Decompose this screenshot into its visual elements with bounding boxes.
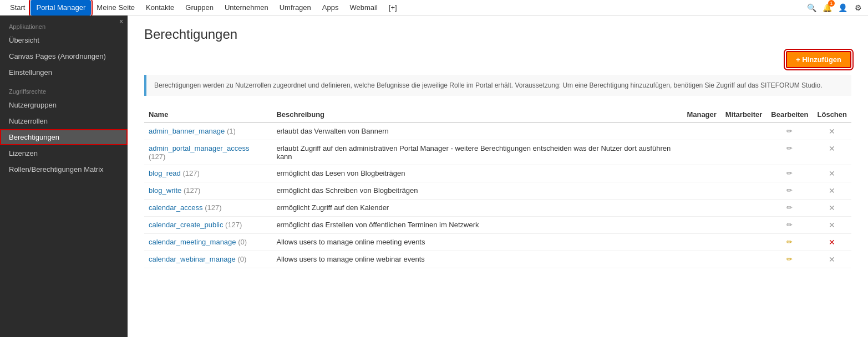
delete-icon[interactable]: ✕ xyxy=(829,203,835,212)
permissions-table: Name Beschreibung Manager Mitarbeiter Be… xyxy=(144,107,851,268)
cell-description: Allows users to manage online meeting ev… xyxy=(272,234,682,251)
cell-delete: ✕ xyxy=(813,251,851,268)
cell-manager xyxy=(682,165,720,182)
permission-link[interactable]: blog_read xyxy=(149,169,181,177)
edit-icon[interactable]: ✏ xyxy=(786,186,793,195)
permission-link[interactable]: calendar_access xyxy=(149,203,203,212)
cell-delete: ✕ xyxy=(813,182,851,200)
toolbar: + Hinzufügen xyxy=(144,51,851,68)
cell-edit: ✏ xyxy=(767,182,813,200)
table-row: blog_read (127)ermöglicht das Lesen von … xyxy=(144,165,851,182)
sidebar-item-lizenzen[interactable]: Lizenzen xyxy=(0,145,128,161)
permission-link[interactable]: calendar_meeting_manage xyxy=(149,238,236,246)
delete-icon[interactable]: ✕ xyxy=(829,255,835,264)
count-label: (127) xyxy=(203,203,222,212)
cell-mitarbeiter xyxy=(721,217,767,234)
delete-icon[interactable]: ✕ xyxy=(829,127,835,136)
notification-icon[interactable]: 🔔1 xyxy=(821,2,833,13)
table-row: calendar_webinar_manage (0)Allows users … xyxy=(144,251,851,268)
cell-name: blog_write (127) xyxy=(144,182,272,200)
cell-mitarbeiter xyxy=(721,234,767,251)
cell-edit: ✏ xyxy=(767,251,813,268)
cell-manager xyxy=(682,217,720,234)
info-box: Berechtigungen werden zu Nutzerrollen zu… xyxy=(144,75,851,96)
sidebar-close-button[interactable]: × xyxy=(119,18,123,25)
sidebar-section-applikationen: Applikationen xyxy=(0,16,128,32)
count-label: (127) xyxy=(181,186,200,195)
sidebar-section-zugriffsrechte: Zugriffsrechte xyxy=(0,80,128,97)
table-row: calendar_access (127)ermöglicht Zugriff … xyxy=(144,200,851,217)
delete-icon[interactable]: ✕ xyxy=(829,221,835,229)
nav-gruppen[interactable]: Gruppen xyxy=(180,0,219,16)
edit-icon[interactable]: ✏ xyxy=(786,255,793,263)
cell-name: admin_banner_manage (1) xyxy=(144,122,272,140)
nav-portal-manager[interactable]: Portal Manager xyxy=(31,0,91,16)
permission-link[interactable]: admin_portal_manager_access xyxy=(149,144,249,152)
col-bearbeiten: Bearbeiten xyxy=(767,107,813,122)
cell-mitarbeiter xyxy=(721,140,767,165)
count-label: (0) xyxy=(236,255,247,263)
col-loeschen: Löschen xyxy=(813,107,851,122)
search-icon[interactable]: 🔍 xyxy=(806,2,817,13)
permission-link[interactable]: calendar_create_public xyxy=(149,221,223,229)
nav-kontakte[interactable]: Kontakte xyxy=(140,0,180,16)
nav-apps[interactable]: Apps xyxy=(317,0,344,16)
table-row: admin_banner_manage (1)erlaubt das Verwa… xyxy=(144,122,851,140)
nav-umfragen[interactable]: Umfragen xyxy=(274,0,317,16)
sidebar-item-nutzerrollen[interactable]: Nutzerrollen xyxy=(0,113,128,129)
cell-edit: ✏ xyxy=(767,217,813,234)
cell-delete: ✕ xyxy=(813,217,851,234)
cell-name: blog_read (127) xyxy=(144,165,272,182)
edit-icon[interactable]: ✏ xyxy=(786,127,793,135)
sidebar-item-canvas-pages[interactable]: Canvas Pages (Anordnungen) xyxy=(0,48,128,64)
main-content: Berechtigungen + Hinzufügen Berechtigung… xyxy=(128,16,868,337)
permission-link[interactable]: admin_banner_manage xyxy=(149,127,225,135)
col-name: Name xyxy=(144,107,272,122)
nav-meine-seite[interactable]: Meine Seite xyxy=(91,0,140,16)
cell-edit: ✏ xyxy=(767,165,813,182)
permission-link[interactable]: calendar_webinar_manage xyxy=(149,255,236,263)
sidebar-item-uebersicht[interactable]: Übersicht xyxy=(0,32,128,48)
count-label: (127) xyxy=(149,152,165,161)
nav-right-icons: 🔍 🔔1 👤 ⚙ xyxy=(806,2,864,13)
delete-icon[interactable]: ✕ xyxy=(829,169,835,178)
delete-icon[interactable]: ✕ xyxy=(829,186,835,195)
cell-mitarbeiter xyxy=(721,182,767,200)
permission-link[interactable]: blog_write xyxy=(149,186,181,195)
edit-icon[interactable]: ✏ xyxy=(786,169,793,177)
cell-name: calendar_meeting_manage (0) xyxy=(144,234,272,251)
edit-icon[interactable]: ✏ xyxy=(786,144,793,152)
cell-description: ermöglicht das Schreiben von Blogbeiträg… xyxy=(272,182,682,200)
cell-delete: ✕ xyxy=(813,140,851,165)
cell-edit: ✏ xyxy=(767,200,813,217)
sidebar-item-berechtigungen[interactable]: Berechtigungen xyxy=(0,129,128,145)
settings-icon[interactable]: ⚙ xyxy=(852,2,864,13)
add-button[interactable]: + Hinzufügen xyxy=(786,51,851,68)
table-row: blog_write (127)ermöglicht das Schreiben… xyxy=(144,182,851,200)
nav-plus[interactable]: [+] xyxy=(383,0,403,16)
cell-mitarbeiter xyxy=(721,165,767,182)
cell-description: Allows users to manage online webinar ev… xyxy=(272,251,682,268)
delete-icon[interactable]: ✕ xyxy=(829,144,835,153)
cell-mitarbeiter xyxy=(721,251,767,268)
nav-webmail[interactable]: Webmail xyxy=(344,0,383,16)
sidebar-item-einstellungen[interactable]: Einstellungen xyxy=(0,64,128,80)
sidebar-item-nutzergruppen[interactable]: Nutzergruppen xyxy=(0,97,128,113)
nav-unternehmen[interactable]: Unternehmen xyxy=(219,0,274,16)
sidebar-item-rollen-matrix[interactable]: Rollen/Berechtigungen Matrix xyxy=(0,161,128,177)
nav-start[interactable]: Start xyxy=(4,0,31,16)
cell-edit: ✏ xyxy=(767,234,813,251)
cell-description: ermöglicht das Lesen von Blogbeiträgen xyxy=(272,165,682,182)
cell-manager xyxy=(682,140,720,165)
delete-icon[interactable]: ✕ xyxy=(829,238,835,247)
edit-icon[interactable]: ✏ xyxy=(786,238,793,246)
cell-delete: ✕ xyxy=(813,122,851,140)
cell-delete: ✕ xyxy=(813,234,851,251)
count-label: (1) xyxy=(225,127,236,135)
edit-icon[interactable]: ✏ xyxy=(786,221,793,229)
edit-icon[interactable]: ✏ xyxy=(786,203,793,212)
table-row: calendar_create_public (127)ermöglicht d… xyxy=(144,217,851,234)
cell-description: erlaubt Zugriff auf den administrativen … xyxy=(272,140,682,165)
cell-name: calendar_webinar_manage (0) xyxy=(144,251,272,268)
user-icon[interactable]: 👤 xyxy=(837,2,848,13)
